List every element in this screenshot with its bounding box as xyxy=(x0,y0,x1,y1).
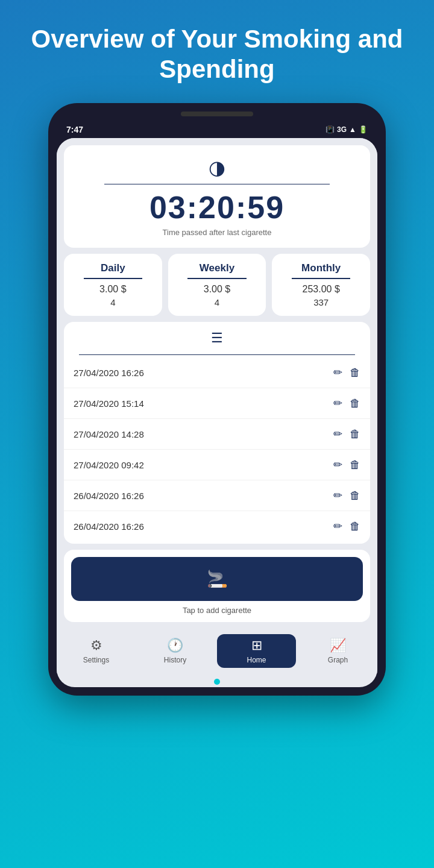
vibrate-icon: 📳 xyxy=(326,125,335,134)
history-header-icon: ☰ xyxy=(64,322,370,354)
page-header: Overview of Your Smoking and Spending xyxy=(0,24,434,85)
status-time: 7:47 xyxy=(66,125,83,134)
timer-label: Time passed after last cigarette xyxy=(76,228,358,237)
edit-icon-2[interactable]: ✏ xyxy=(333,397,342,410)
signal-text: 3G xyxy=(337,125,347,134)
bottom-nav: ⚙ Settings 🕐 History ⊞ Home 📈 Graph xyxy=(57,629,377,674)
phone-notch xyxy=(181,112,253,116)
wifi-icon: ▲ xyxy=(349,125,356,134)
history-actions-1: ✏ 🗑 xyxy=(333,366,360,379)
settings-icon: ⚙ xyxy=(90,638,102,653)
list-item: 27/04/2020 14:28 ✏ 🗑 xyxy=(64,419,370,450)
nav-label-home: Home xyxy=(247,656,266,664)
monthly-count: 337 xyxy=(279,297,363,307)
history-icon: 🕐 xyxy=(167,638,183,653)
edit-icon-6[interactable]: ✏ xyxy=(333,520,342,533)
add-cigarette-label: Tap to add cigarette xyxy=(71,606,363,615)
nav-item-settings[interactable]: ⚙ Settings xyxy=(57,634,136,668)
home-indicator xyxy=(214,679,220,685)
weekly-count: 4 xyxy=(175,297,259,307)
weekly-title: Weekly xyxy=(175,262,259,274)
screen-content: ◑ 03:20:59 Time passed after last cigare… xyxy=(57,138,377,630)
daily-title: Daily xyxy=(71,262,155,274)
daily-amount: 3.00 $ xyxy=(71,284,155,295)
nav-item-history[interactable]: 🕐 History xyxy=(136,634,215,668)
monthly-amount: 253.00 $ xyxy=(279,284,363,295)
stat-card-daily: Daily 3.00 $ 4 xyxy=(64,254,162,316)
history-list: 27/04/2020 16:26 ✏ 🗑 27/04/2020 15:14 ✏ … xyxy=(64,355,370,544)
history-card: ☰ 27/04/2020 16:26 ✏ 🗑 27/04/2020 15:14 xyxy=(64,322,370,544)
stat-card-monthly: Monthly 253.00 $ 337 xyxy=(272,254,370,316)
weekly-divider xyxy=(187,278,246,279)
monthly-divider xyxy=(292,278,350,279)
graph-icon: 📈 xyxy=(330,638,346,653)
list-item: 27/04/2020 09:42 ✏ 🗑 xyxy=(64,450,370,480)
nav-label-history: History xyxy=(164,656,186,664)
add-cigarette-button[interactable]: 🚬 xyxy=(71,557,363,601)
nav-item-home[interactable]: ⊞ Home xyxy=(217,634,296,668)
nav-label-graph: Graph xyxy=(328,656,348,664)
delete-icon-5[interactable]: 🗑 xyxy=(350,489,360,502)
stat-card-weekly: Weekly 3.00 $ 4 xyxy=(168,254,266,316)
daily-divider xyxy=(84,278,142,279)
history-date-6: 26/04/2020 16:26 xyxy=(74,521,144,532)
history-actions-5: ✏ 🗑 xyxy=(333,489,360,502)
delete-icon-4[interactable]: 🗑 xyxy=(350,459,360,471)
history-date-4: 27/04/2020 09:42 xyxy=(74,460,144,470)
history-date-3: 27/04/2020 14:28 xyxy=(74,429,144,439)
list-item: 27/04/2020 16:26 ✏ 🗑 xyxy=(64,357,370,388)
stats-row: Daily 3.00 $ 4 Weekly 3.00 $ 4 Monthly 2… xyxy=(64,254,370,316)
daily-count: 4 xyxy=(71,297,155,307)
delete-icon-3[interactable]: 🗑 xyxy=(350,428,360,441)
delete-icon-2[interactable]: 🗑 xyxy=(350,397,360,410)
monthly-title: Monthly xyxy=(279,262,363,274)
status-icons: 📳 3G ▲ 🔋 xyxy=(326,125,368,134)
history-date-2: 27/04/2020 15:14 xyxy=(74,398,144,409)
edit-icon-5[interactable]: ✏ xyxy=(333,489,342,502)
phone-screen: ◑ 03:20:59 Time passed after last cigare… xyxy=(57,138,377,688)
phone-frame: 7:47 📳 3G ▲ 🔋 ◑ 03:20:59 Time passed aft… xyxy=(48,103,386,696)
list-item: 26/04/2020 16:26 ✏ 🗑 xyxy=(64,480,370,511)
list-item: 27/04/2020 15:14 ✏ 🗑 xyxy=(64,388,370,419)
history-actions-6: ✏ 🗑 xyxy=(333,520,360,533)
status-bar: 7:47 📳 3G ▲ 🔋 xyxy=(57,121,377,138)
nav-label-settings: Settings xyxy=(83,656,109,664)
nav-item-graph[interactable]: 📈 Graph xyxy=(298,634,377,668)
history-actions-4: ✏ 🗑 xyxy=(333,458,360,471)
cigarette-icon: 🚬 xyxy=(207,569,228,589)
edit-icon-3[interactable]: ✏ xyxy=(333,427,342,441)
delete-icon-6[interactable]: 🗑 xyxy=(350,520,360,533)
history-actions-3: ✏ 🗑 xyxy=(333,427,360,441)
add-cigarette-section: 🚬 Tap to add cigarette xyxy=(64,550,370,622)
timer-card: ◑ 03:20:59 Time passed after last cigare… xyxy=(64,145,370,248)
weekly-amount: 3.00 $ xyxy=(175,284,259,295)
history-actions-2: ✏ 🗑 xyxy=(333,397,360,410)
home-icon: ⊞ xyxy=(251,638,262,653)
clock-icon: ◑ xyxy=(76,156,358,179)
timer-divider xyxy=(104,184,330,185)
timer-time: 03:20:59 xyxy=(76,192,358,223)
list-item: 26/04/2020 16:26 ✏ 🗑 xyxy=(64,511,370,541)
edit-icon-1[interactable]: ✏ xyxy=(333,366,342,379)
battery-icon: 🔋 xyxy=(359,125,368,134)
history-date-1: 27/04/2020 16:26 xyxy=(74,368,144,378)
edit-icon-4[interactable]: ✏ xyxy=(333,458,342,471)
delete-icon-1[interactable]: 🗑 xyxy=(350,366,360,379)
history-date-5: 26/04/2020 16:26 xyxy=(74,491,144,501)
